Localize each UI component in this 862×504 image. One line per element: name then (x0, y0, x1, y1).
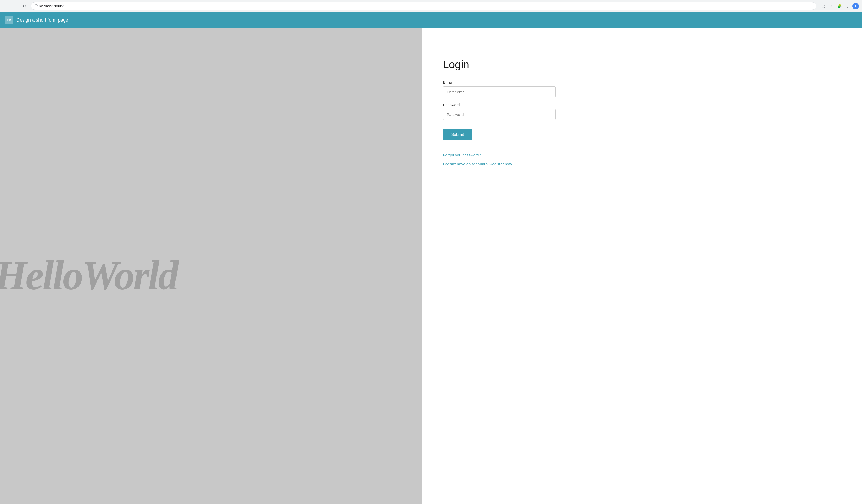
register-link[interactable]: Doesn't have an account ? Register now. (443, 162, 556, 166)
links-section: Forgot you password ? Doesn't have an ac… (443, 153, 556, 166)
browser-actions: ⬚ ☆ 🧩 ⋮ I (820, 2, 859, 10)
extensions-button[interactable]: 🧩 (836, 2, 843, 10)
lock-icon: ⓘ (35, 4, 38, 8)
email-form-group: Email (443, 80, 556, 97)
bookmark-button[interactable]: ☆ (828, 2, 835, 10)
reload-button[interactable]: ↻ (21, 2, 28, 10)
app-logo: Blt (5, 16, 13, 24)
decorative-text: HelloWorld (0, 252, 177, 299)
password-input[interactable] (443, 109, 556, 120)
email-input[interactable] (443, 87, 556, 97)
address-bar[interactable]: ⓘ localhost:7880/? (31, 2, 816, 10)
password-label: Password (443, 103, 556, 107)
cast-button[interactable]: ⬚ (820, 2, 826, 10)
nav-buttons: ← → ↻ (3, 2, 28, 10)
app-header: Blt Design a short form page (0, 12, 862, 28)
password-form-group: Password (443, 103, 556, 120)
back-button[interactable]: ← (3, 2, 10, 10)
email-label: Email (443, 80, 556, 84)
menu-button[interactable]: ⋮ (844, 2, 851, 10)
forward-button[interactable]: → (12, 2, 19, 10)
login-form-container: Login Email Password Submit Forgot you p… (443, 58, 556, 166)
main-content: HelloWorld Login Email Password Submit F… (0, 28, 862, 504)
browser-chrome: ← → ↻ ⓘ localhost:7880/? ⬚ ☆ 🧩 ⋮ I (0, 0, 862, 12)
left-panel: HelloWorld (0, 28, 422, 504)
login-title: Login (443, 58, 556, 71)
profile-button[interactable]: I (852, 3, 859, 10)
app-title: Design a short form page (16, 17, 68, 23)
logo-text: Blt (8, 18, 11, 22)
url-text: localhost:7880/? (39, 4, 64, 8)
submit-button[interactable]: Submit (443, 129, 472, 141)
right-panel: Login Email Password Submit Forgot you p… (422, 28, 862, 504)
forgot-password-link[interactable]: Forgot you password ? (443, 153, 556, 157)
